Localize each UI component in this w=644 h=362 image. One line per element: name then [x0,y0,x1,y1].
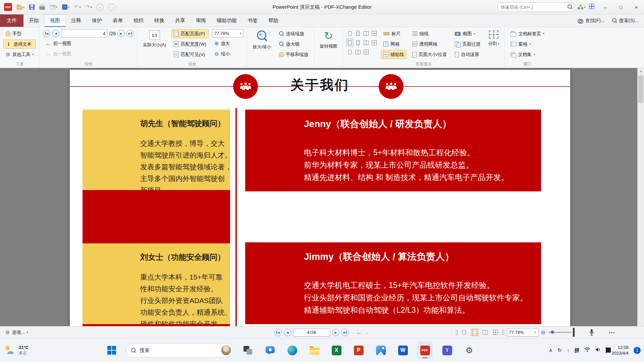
prev-page-button[interactable]: ◀ [284,329,291,336]
page-view-active-button[interactable] [346,39,354,47]
taskbar-app-chat[interactable] [262,342,278,359]
taskbar-clock[interactable]: 12:08 2023/4/4 [611,345,629,356]
redo-button[interactable]: ↷▾ [85,2,92,12]
maximize-button[interactable]: □ [613,0,629,14]
fit-page-button[interactable] [471,328,479,336]
first-page-button[interactable]: ◀ [43,30,50,37]
previous-view-button[interactable]: ←前一视图 [43,39,133,48]
tab-home[interactable]: 开始 [23,14,44,27]
taskbar-app-settings[interactable]: ⚙ [462,342,477,359]
zoom-level-select[interactable]: 77.78%▾ [507,328,538,337]
fit-width-button[interactable]: 匹配宽度(W) [171,40,209,49]
upload-icon[interactable]: ↑ [567,348,570,353]
first-page-button[interactable]: ◀ [274,329,282,336]
single-page-view-button[interactable] [346,29,354,37]
select-text-button[interactable]: I选择文本 [3,40,36,49]
scrollbar-thumb[interactable] [638,75,643,103]
previous-view-button[interactable]: ← [356,329,362,335]
ime-indicator[interactable]: 拼 [574,347,579,354]
last-page-button[interactable]: ▶ [341,329,349,336]
page-number-field[interactable]: 4/26 [293,328,330,337]
two-page-view-button[interactable] [362,29,370,37]
vertical-scrollbar[interactable]: ▲ [637,68,644,326]
tab-bookmarks[interactable]: 书签 [242,14,263,27]
print-button[interactable] [39,2,46,12]
taskbar-app-photos[interactable] [373,342,388,359]
taskbar-app-powerpoint[interactable]: P [351,342,366,359]
continuous-view-button[interactable] [354,29,362,37]
split-button[interactable]: 分割▾ [486,29,501,47]
page-transition-button[interactable]: 页面过渡 [452,40,483,49]
hidden-icons-button[interactable]: ∧ [549,347,552,353]
apps-grid-button[interactable] [589,4,594,10]
search-button[interactable]: 搜索(S)... [612,18,639,24]
guides-button[interactable]: 辅助线 [381,50,407,59]
rotate-view-button[interactable]: ↻ 旋转视图 [318,29,339,49]
grid-view-button[interactable] [370,39,378,47]
thin-lines-button[interactable]: 细线 [410,29,449,38]
notification-badge[interactable]: 1 [634,347,641,354]
continuous-view-button-2[interactable] [354,39,362,47]
two-page-view-button-3[interactable] [354,48,362,56]
grid-button[interactable]: 网格 [381,40,407,49]
auto-scroll-button[interactable]: 自动滚屏 [452,50,483,59]
tab-protect[interactable]: 保护 [87,14,107,27]
collections-button[interactable]: 文档集▾ [508,50,547,59]
tab-review[interactable]: 审阅 [191,14,211,27]
tab-convert[interactable]: 转换 [149,14,170,27]
grid-view-button-2[interactable] [362,48,370,56]
minimize-button[interactable]: – [598,0,613,14]
tab-organize[interactable]: 组织 [128,14,149,27]
tab-share[interactable]: 共享 [170,14,191,27]
taskbar-app-file-explorer[interactable] [307,342,322,359]
single-page-view-button[interactable] [461,328,468,336]
search-highlight-image[interactable] [221,345,231,355]
grid-view-button[interactable] [492,328,499,336]
taskbar-search[interactable]: 搜索 [126,343,233,357]
pdf-page[interactable]: 关于我们 [70,70,570,326]
taskbar-app-edge[interactable] [284,342,300,359]
zoom-out-button[interactable]: ⊖缩小 [212,49,244,58]
two-page-continuous-button[interactable] [370,29,378,37]
next-page-button[interactable]: ▶ [117,30,125,37]
zoom-in-button[interactable]: ⊕放大 [212,39,244,48]
zoom-slider-knob[interactable] [551,330,554,334]
continuous-zoom-button[interactable]: 连续缩放 [277,29,311,38]
close-button[interactable]: × [629,0,644,14]
undo-button[interactable]: ↶▾ [73,2,81,12]
last-page-button[interactable]: ▶ [126,30,134,37]
community-button[interactable]: ▾ [578,4,586,10]
next-view-button[interactable]: → [364,329,370,335]
ruler-button[interactable]: 标尺 [381,29,407,38]
zoom-in-out-button[interactable]: + 放大/缩小 [251,29,273,50]
zoom-out-button[interactable]: ⊖ [541,330,545,335]
fit-visible-button[interactable]: 匹配可见(V) [171,50,209,59]
loupe-button[interactable]: 放大镜 [277,40,311,49]
taskbar-app-excel[interactable]: X [329,342,344,359]
more-options-button[interactable]: … [608,327,615,335]
microphone-button[interactable] [589,329,594,338]
page-number-input[interactable] [61,29,107,38]
tab-view[interactable]: 视图 [44,14,66,27]
two-page-view-button-2[interactable] [362,39,370,47]
email-button[interactable]: ▾ [49,2,58,12]
fit-page-button[interactable]: 匹配页面(P) [171,29,209,38]
snapshot-button[interactable]: 截图▾ [452,29,483,38]
start-button[interactable] [104,342,119,359]
next-page-button[interactable]: ▶ [332,329,339,336]
hand-tool-button[interactable]: 手型 [3,29,36,38]
two-page-view-button[interactable] [481,328,489,336]
panes-button[interactable]: 窗格▾ [508,40,547,49]
export-button[interactable]: ↑▾ [61,2,70,12]
scroll-up-icon[interactable]: ▲ [638,68,644,74]
taskbar-app-word[interactable]: W [395,342,411,359]
document-tabs-button[interactable]: 文档标签页▾ [508,29,547,38]
sync-icon[interactable]: ↻ [557,347,562,353]
task-view-button[interactable] [240,342,256,359]
prev-page-button[interactable]: ◀ [52,30,59,37]
find-button[interactable]: 查找(F)... [578,18,605,24]
tab-help[interactable]: 帮助 [263,14,284,27]
taskbar-app-pdf-xchange[interactable]: PDF [417,342,433,359]
zoom-level-select[interactable]: 77.78%▾ [212,29,244,38]
taskbar-app-teams[interactable]: T [439,342,455,359]
